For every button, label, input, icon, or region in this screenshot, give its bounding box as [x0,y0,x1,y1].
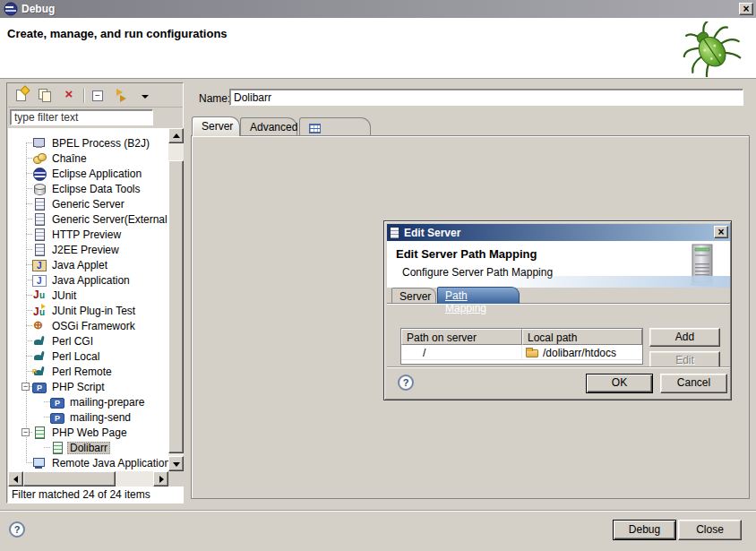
tree-item-perl-remote[interactable]: RPerl Remote [8,364,168,379]
tree-item-mailing-send[interactable]: Pmailing-send [8,409,168,425]
edit-server-titlebar: Edit Server × [387,224,730,241]
scroll-up-arrow[interactable] [168,128,184,143]
new-config-icon [16,90,26,101]
tree-item-java-application[interactable]: JJava Application [8,272,168,288]
php-web-server-icon [32,426,47,439]
collapse-expander-icon[interactable]: − [21,428,30,436]
header-message: Create, manage, and run configurations [7,27,228,40]
header-banner: Create, manage, and run configurations [0,18,756,79]
horizontal-scroll-thumb[interactable] [23,471,116,486]
vertical-scroll-thumb[interactable] [168,160,184,453]
database-icon [32,182,47,195]
window-close-button[interactable]: × [739,3,753,15]
path-mapping-panel: Path on server Local path / /dolibarr/ht… [387,303,730,366]
tree-item-junit[interactable]: JuJUnit [8,288,168,303]
dialog-subheading: Configure Server Path Mapping [402,266,553,279]
column-header-path-on-server[interactable]: Path on server [401,329,522,345]
php-icon: P [50,398,64,409]
configurations-toolbar: × − [8,84,183,108]
scroll-left-arrow[interactable] [8,471,23,486]
eclipse-logo-icon [4,2,18,16]
tree-horizontal-scrollbar[interactable] [8,471,168,486]
junit-plugin-icon: Ju [32,304,47,317]
tree-item-php-web-page[interactable]: −PHP Web Page [8,425,168,440]
tab-advanced[interactable]: Advanced [240,117,297,136]
scroll-down-arrow[interactable] [168,456,184,471]
filter-status-text: Filter matched 24 of 24 items [8,486,183,503]
dialog-help-icon[interactable]: ? [398,375,414,391]
osgi-target-icon: ⊕ [32,319,47,332]
table-cell-local-path[interactable]: /dolibarr/htdocs [522,345,642,360]
delete-icon: × [60,86,78,101]
tab-server[interactable]: Server [192,116,240,136]
dialog-tab-server[interactable]: Server [391,288,436,304]
ok-button[interactable]: OK [586,374,653,393]
java-applet-icon: J [32,260,47,271]
tree-item-remote-java-application[interactable]: Remote Java Application [8,455,168,470]
php-web-server-icon [50,441,64,454]
name-label: Name: [199,92,230,105]
scroll-right-arrow[interactable] [153,471,168,486]
remote-java-icon [32,456,47,469]
server-tower-icon [686,244,718,287]
dialog-button-bar: ? OK Cancel [387,368,730,398]
toolbar-separator [83,89,84,103]
tree-item-osgi-framework[interactable]: ⊕OSGi Framework [8,318,168,333]
delete-button[interactable]: × [60,87,78,105]
bpel-process-icon [32,136,47,150]
collapse-all-button[interactable]: − [90,87,107,105]
name-input[interactable] [229,89,743,106]
configurations-panel: × − BPEL Process (B2J) Chaîne Eclipse Ap… [6,82,184,504]
filter-input[interactable] [10,109,153,125]
collapse-all-icon: − [92,90,103,101]
tree-item-http-preview[interactable]: HTTP Preview [8,227,168,242]
column-header-local-path[interactable]: Local path [522,329,642,345]
edit-server-close-button[interactable]: × [714,226,728,238]
perl-camel-icon [32,334,47,348]
perl-camel-icon: R [32,365,47,378]
tree-item-mailing-prepare[interactable]: Pmailing-prepare [8,394,168,409]
php-icon: P [50,413,64,424]
tree-item-j2ee-preview[interactable]: J2EE Preview [8,242,168,257]
duplicate-button[interactable] [37,87,55,105]
tree-item-php-script[interactable]: −PPHP Script [8,379,168,394]
php-icon: P [32,383,47,393]
new-configuration-button[interactable] [13,87,31,105]
tree-item-eclipse-application[interactable]: Eclipse Application [8,166,168,181]
filter-button[interactable] [113,87,131,105]
path-mapping-table[interactable]: Path on server Local path / /dolibarr/ht… [400,328,643,365]
tree-item-junit-plugin-test[interactable]: JuJUnit Plug-in Test [8,303,168,318]
tab-common[interactable]: Common [299,117,371,136]
help-icon[interactable]: ? [9,521,25,538]
bug-icon [677,22,745,77]
tree-item-chaine[interactable]: Chaîne [8,151,168,166]
filter-menu-button[interactable] [136,87,147,105]
tree-item-perl-local[interactable]: Perl Local [8,349,168,364]
tree-item-perl-cgi[interactable]: Perl CGI [8,333,168,349]
collapse-expander-icon[interactable]: − [21,383,30,391]
tree-vertical-scrollbar[interactable] [168,128,184,471]
debug-button[interactable]: Debug [613,520,676,540]
close-button[interactable]: Close [678,520,742,540]
tree-item-dolibarr[interactable]: Dolibarr [8,440,168,455]
tree-item-generic-server[interactable]: Generic Server [8,196,168,211]
table-cell-server-path[interactable]: / [401,345,522,360]
tree-item-bpel-process[interactable]: BPEL Process (B2J) [8,135,168,151]
tree-item-java-applet[interactable]: JJava Applet [8,257,168,272]
java-application-icon: J [32,275,47,287]
perl-camel-icon [32,349,47,363]
config-tree: BPEL Process (B2J) Chaîne Eclipse Applic… [8,128,168,471]
tree-item-eclipse-data-tools[interactable]: Eclipse Data Tools [8,181,168,196]
footer-separator [0,510,756,512]
edit-mapping-button: Edit [649,351,720,366]
cancel-button[interactable]: Cancel [660,374,727,393]
eclipse-icon [32,167,47,180]
scrollbar-corner [168,471,184,486]
server-icon [390,227,399,239]
tree-item-generic-server-external[interactable]: Generic Server(External La [8,211,168,227]
dialog-tab-path-mapping[interactable]: Path Mapping [437,287,520,304]
server-icon [32,228,47,241]
chevron-down-icon [142,95,149,99]
edit-server-header: Edit Server Path Mapping Configure Serve… [387,241,730,288]
add-mapping-button[interactable]: Add [649,328,720,347]
